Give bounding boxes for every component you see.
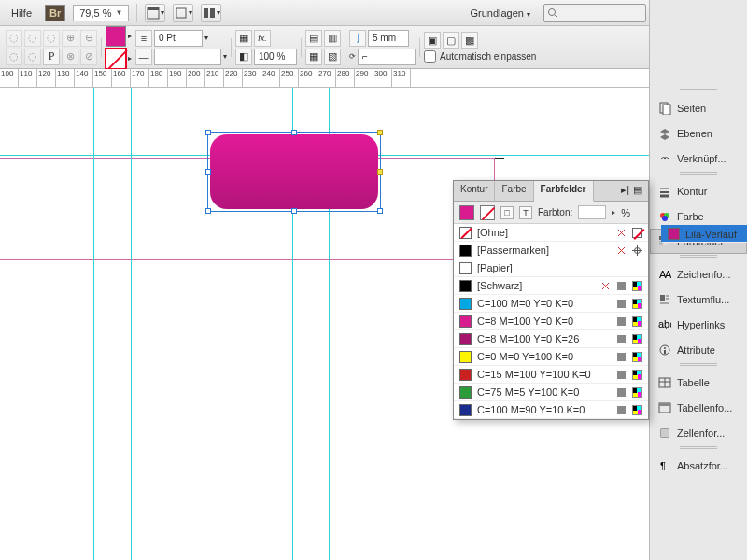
panel-button-attributes[interactable]: Attribute [650,337,747,362]
menu-help[interactable]: Hilfe [6,5,37,21]
panel-drag-handle[interactable] [650,254,747,261]
swatch-name: [Ohne] [477,227,611,238]
svg-point-14 [662,216,668,221]
swatch-row[interactable]: [Ohne] [454,224,648,242]
pathfinder-icon[interactable]: ◌ [43,30,60,47]
effects-icon[interactable]: ▦ [235,30,252,47]
panel-button-hyperlink[interactable]: abcHyperlinks [650,312,747,337]
view-options-1-icon[interactable]: ▾ [145,4,165,22]
stroke-weight-input[interactable]: 0 Pt [154,30,203,47]
panel-button-pages[interactable]: Seiten [650,95,747,120]
guide-vertical[interactable] [93,88,94,560]
tab-farbfelder[interactable]: Farbfelder [534,181,594,202]
panel-drag-handle[interactable] [650,171,747,178]
panel-drag-handle[interactable] [650,362,747,370]
panel-menu-icon[interactable]: ▤ [633,184,642,198]
stroke-swatch[interactable] [106,49,126,69]
guide-vertical[interactable] [131,88,132,560]
svg-point-5 [549,8,556,15]
panel-button-parastyle[interactable]: ¶Absatzfor... [650,453,747,478]
panel-button-label: Ebenen [677,128,712,139]
panel-drag-handle[interactable] [650,88,747,95]
svg-rect-47 [617,406,626,414]
fit-frame-icon[interactable]: ▢ [443,32,459,49]
swatch-row[interactable]: C=8 M=100 Y=0 K=26 [454,330,648,348]
pathfinder-icon[interactable]: ◌ [24,49,41,65]
panel-collapse-icon[interactable]: ▸| [621,184,629,198]
tab-kontur[interactable]: Kontur [454,181,495,201]
tint-input[interactable] [578,205,606,219]
separator [101,38,102,57]
panel-button-stroke[interactable]: Kontur [650,178,747,203]
view-options-2-icon[interactable]: ▾ [173,4,193,22]
textwrap-none-icon[interactable]: ▤ [305,30,322,47]
color-icon [658,210,671,223]
pathfinder-icon[interactable]: ⊘ [80,49,97,65]
pathfinder-icon[interactable]: ◌ [6,49,22,65]
panel-fill-swatch[interactable] [459,205,474,220]
panel-button-tablestyle[interactable]: Tabellenfo... [650,395,747,420]
swatch-row[interactable]: C=15 M=100 Y=100 K=0 [454,366,648,384]
panel-button-charstyle[interactable]: AAZeichenfo... [650,261,747,287]
search-icon [547,7,558,19]
pathfinder-icon[interactable]: ◌ [24,30,41,47]
search-input[interactable] [543,4,646,22]
swatch-name: C=75 M=5 Y=100 K=0 [477,386,611,398]
horizontal-ruler[interactable]: 1001101201301401501601701801902002102202… [0,69,649,88]
corner-options-icon[interactable]: ⌋ [349,30,366,47]
bridge-badge[interactable]: Br [45,5,65,21]
panel-stroke-swatch[interactable] [480,205,495,220]
zoom-level-dropdown[interactable]: 79,5 % ▼ [73,5,129,21]
text-formatting-icon[interactable]: T [519,206,532,219]
pathfinder-icon[interactable]: ⊕ [62,30,78,47]
tab-farbe[interactable]: Farbe [495,181,533,201]
pathfinder-icon[interactable]: ◌ [6,30,22,47]
swatch-row[interactable]: C=100 M=90 Y=10 K=0 [454,401,648,419]
panel-button-cellstyle[interactable]: Zellenfor... [650,420,747,445]
swatch-row[interactable]: C=0 M=0 Y=100 K=0 [454,348,648,366]
pages-icon [658,102,671,115]
panel-button-label: Seiten [677,103,706,114]
svg-rect-1 [148,7,159,10]
panel-button-table[interactable]: Tabelle [650,370,747,395]
type-on-path-icon[interactable]: P [43,49,60,65]
view-options-3-icon[interactable]: ▾ [201,4,221,22]
textwrap-jump-icon[interactable]: ▧ [324,49,341,65]
panel-drag-handle[interactable] [650,445,747,453]
swatch-row[interactable]: [Papier] [454,259,648,277]
panel-button-layers[interactable]: Ebenen [650,120,747,146]
swatch-row[interactable]: [Schwarz] [454,277,648,295]
fx-icon[interactable]: fx. [254,30,271,47]
fit-content-icon[interactable]: ▣ [424,32,441,49]
swatch-row[interactable]: C=75 M=5 Y=100 K=0 [454,384,648,401]
swatches-panel[interactable]: Kontur Farbe Farbfelder ▸|▤ □ T Farbton:… [453,180,649,420]
stroke-style-select[interactable] [154,49,221,65]
textwrap-bound-icon[interactable]: ▥ [324,30,341,47]
svg-text:¶: ¶ [660,460,666,471]
swatch-row[interactable]: [Passermarken] [454,242,648,259]
corner-shape-select[interactable]: ⌐ [358,49,416,65]
panel-button-links[interactable]: Verknüpf... [650,146,747,171]
fill-frame-icon[interactable]: ▩ [461,32,478,49]
fill-swatch[interactable] [106,26,126,47]
corner-radius-input[interactable]: 5 mm [368,30,409,47]
swatch-name: C=8 M=100 Y=0 K=0 [477,315,611,327]
textwrap-shape-icon[interactable]: ▦ [305,49,322,65]
container-formatting-icon[interactable]: □ [500,206,514,219]
opacity-input[interactable]: 100 % [254,49,297,65]
global-icon [616,334,627,344]
pathfinder-icon[interactable]: ⊗ [62,49,78,65]
swatch-row[interactable]: C=8 M=100 Y=0 K=0 [454,313,648,330]
panel-button-label: Zellenfor... [677,427,725,439]
ruler-tick: 250 [280,69,299,87]
ruler-tick: 220 [224,69,243,87]
pathfinder-icon[interactable]: ⊖ [80,30,97,47]
stroke-style-icon: — [135,49,152,65]
hyperlink-icon: abc [658,318,671,331]
cmyk-icon [632,352,642,362]
autofit-checkbox[interactable] [424,50,436,63]
panel-button-textwrap[interactable]: Textumflu... [650,287,747,312]
workspace-switcher[interactable]: Grundlagen ▾ [464,6,536,21]
swatch-row[interactable]: C=100 M=0 Y=0 K=0 [454,295,648,313]
layers-icon [658,127,671,140]
